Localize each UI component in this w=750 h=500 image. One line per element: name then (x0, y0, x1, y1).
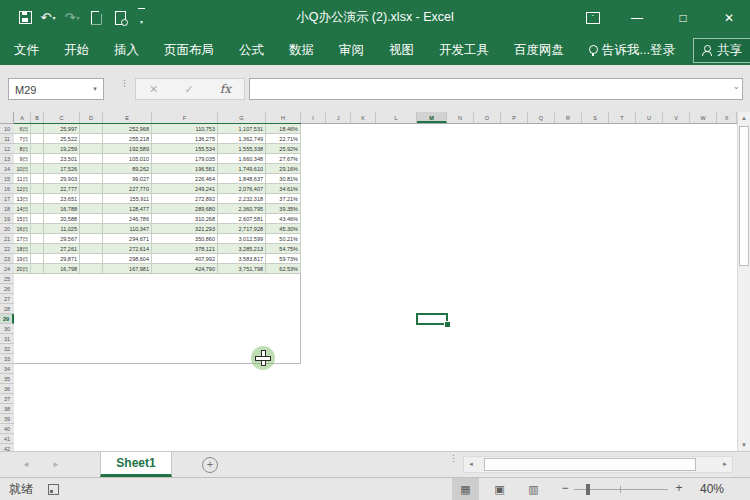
tab-insert[interactable]: 插入 (114, 42, 139, 59)
sheet-nav-right-icon[interactable]: ► (48, 452, 64, 477)
row-header-25[interactable]: 25 (0, 274, 14, 284)
cell-G[interactable]: 3,285,213 (218, 244, 266, 254)
cell-C[interactable]: 16,798 (44, 264, 80, 274)
row-header-34[interactable]: 34 (0, 364, 14, 374)
cell-E[interactable]: 110,347 (103, 224, 152, 234)
horizontal-scrollbar-thumb[interactable] (484, 458, 696, 471)
cell-E[interactable]: 167,981 (103, 264, 152, 274)
cell-E[interactable]: 298,604 (103, 254, 152, 264)
row-header-39[interactable]: 39 (0, 414, 14, 424)
cell-C[interactable]: 17,526 (44, 164, 80, 174)
tab-tell-me[interactable]: 告诉我... (589, 42, 650, 59)
column-header-R[interactable]: R (555, 112, 582, 123)
cell-D[interactable] (80, 134, 103, 144)
normal-view-icon[interactable]: ▦ (452, 478, 479, 500)
column-header-P[interactable]: P (501, 112, 528, 123)
cell-D[interactable] (80, 224, 103, 234)
cell-F[interactable]: 310,268 (152, 214, 218, 224)
zoom-in-icon[interactable]: + (672, 478, 686, 500)
close-icon[interactable]: ✕ (714, 0, 744, 35)
cell-F[interactable]: 321,293 (152, 224, 218, 234)
name-box-dropdown-icon[interactable]: ▾ (88, 78, 102, 100)
cell-F[interactable]: 407,992 (152, 254, 218, 264)
minimize-icon[interactable]: — (622, 0, 652, 35)
cell-E[interactable]: 294,671 (103, 234, 152, 244)
cell-C[interactable]: 29,871 (44, 254, 80, 264)
row-header-21[interactable]: 21 (0, 234, 14, 244)
cell-E[interactable]: 99,027 (103, 174, 152, 184)
cell-C[interactable]: 23,501 (44, 154, 80, 164)
insert-function-icon[interactable]: fx (220, 82, 231, 96)
cell-F[interactable]: 424,790 (152, 264, 218, 274)
cell-B[interactable] (31, 174, 44, 184)
row-header-30[interactable]: 30 (0, 324, 14, 334)
column-header-E[interactable]: E (103, 112, 152, 123)
cell-B[interactable] (31, 224, 44, 234)
cell-D[interactable] (80, 124, 103, 134)
cell-E[interactable]: 89,262 (103, 164, 152, 174)
row-header-36[interactable]: 36 (0, 384, 14, 394)
cell-F[interactable]: 196,561 (152, 164, 218, 174)
column-header-U[interactable]: U (636, 112, 663, 123)
row-header-20[interactable]: 20 (0, 224, 14, 234)
cell-C[interactable]: 29,567 (44, 234, 80, 244)
tab-formulas[interactable]: 公式 (239, 42, 264, 59)
cell-H[interactable]: 30.81% (266, 174, 301, 184)
cell-E[interactable]: 246,786 (103, 214, 152, 224)
row-header-24[interactable]: 24 (0, 264, 14, 274)
cell-H[interactable]: 22.71% (266, 134, 301, 144)
cell-B[interactable] (31, 204, 44, 214)
row-header-38[interactable]: 38 (0, 404, 14, 414)
cell-G[interactable]: 2,076,407 (218, 184, 266, 194)
tab-view[interactable]: 视图 (389, 42, 414, 59)
row-header-32[interactable]: 32 (0, 344, 14, 354)
cell-A[interactable]: 18日 (14, 244, 31, 254)
row-header-17[interactable]: 17 (0, 194, 14, 204)
cell-E[interactable]: 105,010 (103, 154, 152, 164)
expand-formula-bar-icon[interactable]: ⌄ (732, 81, 740, 91)
scroll-up-icon[interactable]: ▲ (738, 112, 750, 124)
cell-F[interactable]: 136,275 (152, 134, 218, 144)
cell-G[interactable]: 3,012,599 (218, 234, 266, 244)
column-header-F[interactable]: F (152, 112, 218, 123)
row-header-11[interactable]: 11 (0, 134, 14, 144)
vertical-scrollbar[interactable]: ▲ ▼ (737, 112, 750, 451)
cell-G[interactable]: 2,360,795 (218, 204, 266, 214)
column-header-X[interactable]: X (717, 112, 737, 123)
cell-A[interactable]: 12日 (14, 184, 31, 194)
cell-F[interactable]: 289,680 (152, 204, 218, 214)
row-header-19[interactable]: 19 (0, 214, 14, 224)
ribbon-display-options-icon[interactable]: ˆ (578, 0, 608, 35)
cell-G[interactable]: 1,848,637 (218, 174, 266, 184)
cell-E[interactable]: 227,770 (103, 184, 152, 194)
cell-F[interactable]: 378,121 (152, 244, 218, 254)
column-header-D[interactable]: D (80, 112, 103, 123)
column-header-K[interactable]: K (351, 112, 376, 123)
cell-G[interactable]: 1,362,749 (218, 134, 266, 144)
cell-G[interactable]: 2,232,318 (218, 194, 266, 204)
maximize-icon[interactable]: □ (668, 0, 698, 35)
cell-D[interactable] (80, 214, 103, 224)
sheet-tab-sheet1[interactable]: Sheet1 (100, 452, 172, 477)
cell-D[interactable] (80, 194, 103, 204)
cell-G[interactable]: 1,749,610 (218, 164, 266, 174)
column-header-O[interactable]: O (474, 112, 501, 123)
cell-B[interactable] (31, 264, 44, 274)
cell-F[interactable]: 155,534 (152, 144, 218, 154)
cell-H[interactable]: 43.46% (266, 214, 301, 224)
cell-D[interactable] (80, 204, 103, 214)
cell-E[interactable]: 252,968 (103, 124, 152, 134)
row-header-29[interactable]: 29 (0, 314, 14, 324)
cell-G[interactable]: 1,555,338 (218, 144, 266, 154)
cell-A[interactable]: 6日 (14, 124, 31, 134)
zoom-level[interactable]: 40% (690, 478, 724, 500)
column-header-G[interactable]: G (218, 112, 266, 123)
cell-H[interactable]: 62.53% (266, 264, 301, 274)
cell-G[interactable]: 3,751,798 (218, 264, 266, 274)
zoom-slider-thumb[interactable] (586, 484, 590, 495)
cell-H[interactable]: 54.75% (266, 244, 301, 254)
cell-H[interactable]: 39.35% (266, 204, 301, 214)
scroll-right-icon[interactable]: ► (718, 457, 732, 472)
cell-D[interactable] (80, 154, 103, 164)
cell-G[interactable]: 1,107,531 (218, 124, 266, 134)
